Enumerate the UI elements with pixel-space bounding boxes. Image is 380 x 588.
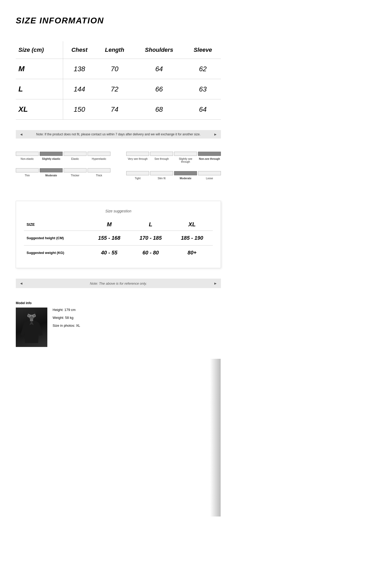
height-xl: 185 - 190 (171, 231, 213, 246)
scale-label-text: Slightly see through (174, 157, 197, 163)
suggestion-m-header: M (89, 218, 130, 231)
scale-segment (88, 168, 110, 172)
model-height: Height: 179 cm (53, 306, 80, 313)
scale-label-text: Very see through (126, 157, 149, 163)
model-silhouette (18, 309, 45, 346)
suggestion-l-header: L (130, 218, 171, 231)
col-header-length: Length (96, 41, 133, 59)
model-info-label: Model info (16, 301, 47, 305)
fit-bar-container (126, 171, 221, 175)
scale-label-text: Tight (126, 177, 149, 180)
length-value: 74 (96, 99, 133, 120)
weight-m: 40 - 55 (89, 246, 130, 260)
thickness-scale: ThinModerateThickerThick (16, 168, 110, 177)
left-attr-group: Non-elasticSlightly elasticElasticHypere… (16, 152, 110, 188)
suggestion-table: SIZE M L XL Suggested height (CM) 155 - … (24, 218, 213, 260)
transparency-scale: Very see throughSee throughSlightly see … (126, 152, 221, 163)
svg-rect-5 (30, 319, 33, 321)
fit-scale: TightSlim fitModerateLoose (126, 171, 221, 180)
table-row: M 138 70 64 62 (16, 59, 221, 79)
table-header-row: Size (cm) Chest Length Shoulders Sleeve (16, 41, 221, 59)
sleeve-value: 64 (185, 99, 221, 120)
model-weight: Weight: 58 kg (53, 314, 80, 321)
suggestion-nav-right[interactable]: ► (214, 281, 217, 285)
col-header-size: Size (cm) (16, 41, 63, 59)
weight-label: Suggested weight (KG) (24, 246, 89, 260)
elasticity-labels: Non-elasticSlightly elasticElasticHypere… (16, 157, 110, 160)
scale-segment (16, 152, 39, 156)
suggestion-header-row: SIZE M L XL (24, 218, 213, 231)
height-label: Suggested height (CM) (24, 231, 89, 246)
table-row: XL 150 74 68 64 (16, 99, 221, 120)
chest-value: 138 (63, 59, 96, 79)
length-value: 72 (96, 79, 133, 99)
col-header-sleeve: Sleeve (185, 41, 221, 59)
col-header-shoulders: Shoulders (133, 41, 185, 59)
scale-label-text: Loose (198, 177, 221, 180)
table-row: L 144 72 66 63 (16, 79, 221, 99)
thickness-bar-container (16, 168, 110, 172)
scale-segment (126, 152, 149, 156)
scale-label-text: Non-see through (198, 157, 221, 163)
suggestion-weight-row: Suggested weight (KG) 40 - 55 60 - 80 80… (24, 246, 213, 260)
weight-xl: 80+ (171, 246, 213, 260)
chest-value: 144 (63, 79, 96, 99)
model-info-section: Model info (16, 301, 221, 347)
size-note-bar: ◄ Note: The above is for reference only.… (16, 279, 221, 288)
scale-segment (64, 152, 87, 156)
scale-label-text: Thicker (64, 174, 87, 177)
model-details: Height: 179 cm Weight: 58 kg Size in pho… (53, 301, 80, 330)
table-note-bar: ◄ Note: If the product does not fit, ple… (16, 130, 221, 139)
size-label: M (16, 59, 63, 79)
scale-label-text: Slim fit (150, 177, 173, 180)
chest-value: 150 (63, 99, 96, 120)
size-suggestion-section: Size suggestion SIZE M L XL Suggested he… (16, 201, 221, 268)
scale-label-text: Hyperelastic (88, 157, 110, 160)
scale-label-text: Thin (16, 174, 39, 177)
shoulders-value: 64 (133, 59, 185, 79)
scale-segment (88, 152, 110, 156)
svg-point-1 (28, 309, 36, 315)
table-nav-right[interactable]: ► (214, 132, 217, 136)
size-label: L (16, 79, 63, 99)
scale-segment (150, 152, 173, 156)
sleeve-value: 63 (185, 79, 221, 99)
size-label: XL (16, 99, 63, 120)
scale-segment (198, 171, 221, 175)
table-nav-left[interactable]: ◄ (19, 132, 23, 136)
shoulders-value: 66 (133, 79, 185, 99)
scale-label-text: Moderate (174, 177, 197, 180)
scale-label-text: Moderate (40, 174, 63, 177)
thickness-labels: ThinModerateThickerThick (16, 174, 110, 177)
scale-label-text: See through (150, 157, 173, 163)
scale-segment (40, 152, 63, 156)
suggestion-xl-header: XL (171, 218, 213, 231)
shoulders-value: 68 (133, 99, 185, 120)
suggestion-size-col-header: SIZE (24, 218, 89, 231)
model-info-wrapper: Model info (16, 301, 47, 347)
transparency-bar-container (126, 152, 221, 156)
size-table: Size (cm) Chest Length Shoulders Sleeve … (16, 41, 221, 120)
page-title: SIZE INFORMATION (16, 16, 221, 25)
scale-segment (40, 168, 63, 172)
suggestion-nav-left[interactable]: ◄ (19, 281, 23, 285)
suggestion-note-text: Note: The above is for reference only. (90, 282, 147, 285)
suggestion-title: Size suggestion (24, 209, 213, 213)
scale-segment (150, 171, 173, 175)
scale-label-text: Slightly elastic (40, 157, 63, 160)
fit-labels: TightSlim fitModerateLoose (126, 177, 221, 180)
height-l: 170 - 185 (130, 231, 171, 246)
table-note-text: Note: If the product does not fit, pleas… (36, 132, 200, 136)
scale-segment (174, 171, 197, 175)
transparency-labels: Very see throughSee throughSlightly see … (126, 157, 221, 163)
suggestion-height-row: Suggested height (CM) 155 - 168 170 - 18… (24, 231, 213, 246)
length-value: 70 (96, 59, 133, 79)
model-size-in-photos: Size in photos: XL (53, 322, 80, 329)
sleeve-value: 62 (185, 59, 221, 79)
weight-l: 60 - 80 (130, 246, 171, 260)
height-m: 155 - 168 (89, 231, 130, 246)
scale-label-text: Non-elastic (16, 157, 39, 160)
attributes-section: Non-elasticSlightly elasticElasticHypere… (16, 152, 221, 188)
right-attr-group: Very see throughSee throughSlightly see … (126, 152, 221, 188)
elasticity-bar-container (16, 152, 110, 156)
